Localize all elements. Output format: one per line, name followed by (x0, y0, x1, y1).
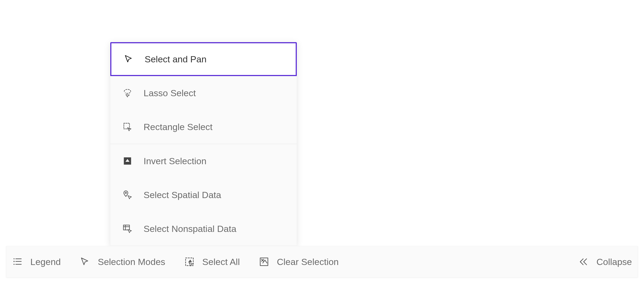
menu-item-label: Select Spatial Data (144, 190, 221, 200)
toolbar-item-collapse[interactable]: Collapse (578, 256, 632, 267)
menu-item-select-nonspatial-data[interactable]: Select Nonspatial Data (110, 212, 297, 246)
svg-point-10 (13, 264, 14, 265)
toolbar-item-selection-modes[interactable]: Selection Modes (79, 256, 165, 267)
menu-item-rectangle-select[interactable]: Rectangle Select (110, 110, 297, 144)
clear-selection-icon (259, 256, 269, 267)
selection-modes-menu: Select and Pan Lasso Select Rectangle Se… (110, 42, 297, 246)
toolbar-item-clear-selection[interactable]: Clear Selection (259, 256, 339, 267)
toolbar-item-label: Selection Modes (98, 257, 165, 267)
menu-item-label: Select Nonspatial Data (144, 224, 236, 234)
toolbar-item-label: Legend (30, 257, 61, 267)
table-cursor-icon (122, 223, 133, 234)
invert-selection-icon (122, 156, 133, 166)
toolbar-item-select-all[interactable]: Select All (184, 256, 240, 267)
cursor-icon (79, 256, 90, 267)
bottom-toolbar: Legend Selection Modes Select All Clear (6, 246, 638, 278)
menu-item-label: Rectangle Select (144, 122, 213, 132)
menu-item-label: Lasso Select (144, 88, 196, 98)
menu-item-select-spatial-data[interactable]: Select Spatial Data (110, 178, 297, 212)
pin-cursor-icon (122, 189, 133, 200)
svg-point-2 (125, 192, 127, 194)
menu-item-label: Invert Selection (144, 156, 206, 166)
chevron-left-double-icon (578, 256, 589, 267)
menu-item-lasso-select[interactable]: Lasso Select (110, 76, 297, 110)
legend-icon (12, 256, 23, 267)
menu-item-label: Select and Pan (145, 54, 207, 65)
toolbar-item-label: Select All (202, 257, 240, 267)
cursor-icon (123, 54, 134, 65)
lasso-icon (122, 88, 133, 98)
toolbar-item-label: Clear Selection (277, 257, 339, 267)
svg-rect-8 (13, 261, 14, 262)
rectangle-select-icon (122, 121, 133, 132)
toolbar-item-label: Collapse (597, 257, 632, 267)
menu-item-invert-selection[interactable]: Invert Selection (110, 144, 297, 178)
toolbar-item-legend[interactable]: Legend (12, 256, 61, 267)
select-all-icon (184, 256, 195, 267)
menu-item-select-and-pan[interactable]: Select and Pan (110, 42, 297, 76)
svg-point-6 (13, 258, 14, 259)
svg-rect-3 (123, 225, 130, 230)
